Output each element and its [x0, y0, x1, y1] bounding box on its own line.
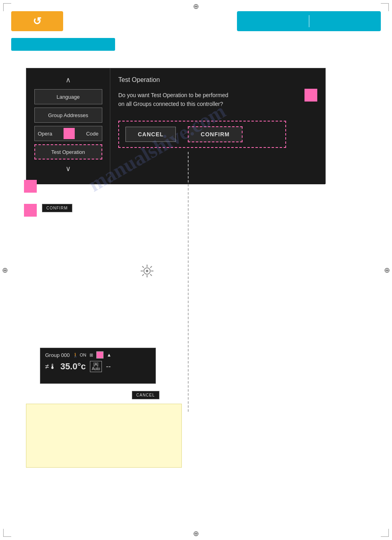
auto-label: Auto	[92, 367, 100, 371]
corner-tl	[3, 3, 11, 11]
grid-icon: ⊞	[90, 353, 93, 358]
group-temp: 35.0°c	[60, 361, 86, 372]
crosshair-top: ⊕	[193, 2, 199, 11]
group-status: 🚶 ON	[73, 353, 86, 358]
auto-icon: [A]	[92, 362, 100, 367]
cancel-button[interactable]: CANCEL	[125, 127, 176, 142]
svg-line-8	[150, 266, 152, 268]
dialog-title: Test Operation	[118, 76, 317, 84]
back-icon: ↺	[33, 15, 42, 28]
menu-item-test-operation[interactable]: Test Operation	[34, 144, 102, 159]
group-card: Group 000 🚶 ON ⊞ ▲ ≠🌡 35.0°c [A] Auto --	[40, 348, 156, 384]
settings-icon-area	[140, 264, 154, 280]
sub-bar	[11, 38, 115, 51]
header-right-bar	[237, 11, 381, 31]
svg-line-6	[142, 266, 144, 268]
settings-icon	[140, 264, 154, 278]
svg-line-9	[142, 274, 144, 276]
group-card-top: Group 000 🚶 ON ⊞ ▲	[45, 351, 151, 359]
confirm-small-button[interactable]: CONFIRM	[42, 204, 72, 212]
group-auto-mode: [A] Auto	[90, 361, 102, 372]
confirm-button[interactable]: CONFIRM	[188, 126, 242, 142]
cancel-small-button[interactable]: CANCEL	[132, 391, 159, 399]
person-icon: 🚶	[73, 353, 78, 357]
group-card-bottom: ≠🌡 35.0°c [A] Auto --	[45, 361, 151, 372]
dialog-buttons-container: CANCEL CONFIRM	[118, 121, 286, 148]
dialog-line2: on all Groups connected to this controll…	[118, 101, 223, 107]
dialog-line1: Do you want Test Operation to be perform…	[118, 92, 228, 98]
group-settings-icon	[96, 351, 103, 359]
crosshair-left: ⊕	[2, 266, 8, 275]
header-divider	[309, 15, 309, 27]
status-on: ON	[80, 353, 87, 357]
menu-item-opcode[interactable]: Opera Code	[34, 126, 102, 141]
group-dash: --	[106, 363, 111, 371]
yellow-note-area	[26, 404, 182, 468]
corner-tr	[381, 3, 389, 11]
main-panel: ∧ Language Group Addresses Opera Code Te…	[26, 68, 326, 184]
menu-item-test-operation-label: Test Operation	[51, 149, 85, 155]
chevron-up-icon[interactable]: ∧	[66, 76, 71, 84]
menu-item-opcode-code: Code	[86, 131, 98, 137]
corner-bl	[3, 529, 11, 537]
menu-item-group-addresses-label: Group Addresses	[48, 112, 88, 118]
svg-line-7	[150, 274, 152, 276]
dialog-content: Test Operation Do you want Test Operatio…	[110, 68, 325, 184]
side-note-pink-1	[24, 180, 37, 193]
corner-br	[381, 529, 389, 537]
dotted-divider-line	[188, 152, 189, 412]
dialog-text: Do you want Test Operation to be perform…	[118, 91, 317, 109]
menu-item-language-label: Language	[57, 94, 80, 100]
svg-point-1	[146, 270, 148, 272]
menu-item-group-addresses[interactable]: Group Addresses	[34, 108, 102, 123]
pink-block-dialog	[304, 89, 317, 102]
chevron-down-icon[interactable]: ∨	[66, 164, 71, 173]
heat-icon: ≠🌡	[45, 363, 56, 371]
crosshair-right: ⊕	[384, 266, 390, 275]
warning-icon: ▲	[107, 352, 111, 358]
group-name: Group 000	[45, 352, 70, 358]
back-button[interactable]: ↺	[11, 11, 63, 31]
menu-item-opcode-label: Opera	[38, 131, 52, 137]
side-note-pink-2	[24, 204, 37, 217]
menu-item-language[interactable]: Language	[34, 89, 102, 104]
crosshair-bottom: ⊕	[193, 529, 199, 538]
left-menu: ∧ Language Group Addresses Opera Code Te…	[26, 68, 110, 184]
pink-block-opcode	[64, 128, 75, 139]
